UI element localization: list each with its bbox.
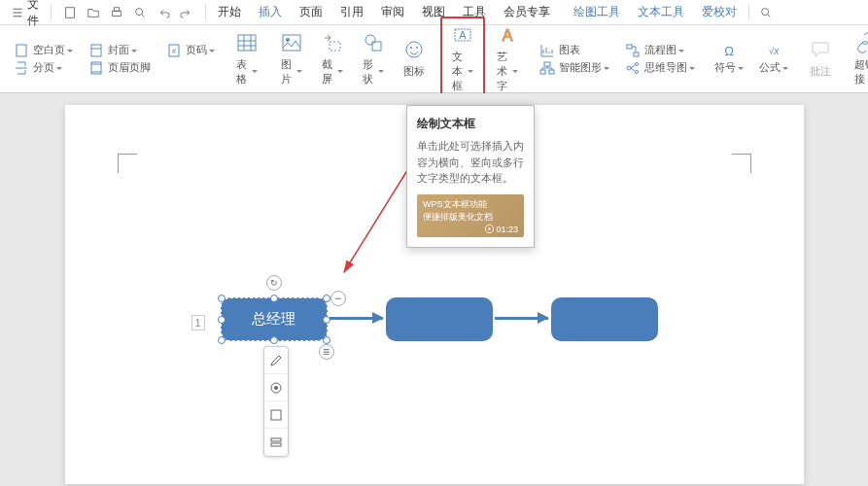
header-footer-button[interactable]: 页眉页脚 bbox=[88, 60, 151, 76]
tab-proofing[interactable]: 爱校对 bbox=[694, 1, 745, 23]
svg-point-28 bbox=[636, 62, 639, 65]
textbox-icon: A bbox=[452, 24, 473, 46]
connector-arrow[interactable] bbox=[495, 317, 548, 320]
new-icon[interactable] bbox=[63, 6, 77, 19]
svg-point-16 bbox=[406, 42, 422, 57]
icons-button[interactable]: 图标 bbox=[396, 35, 433, 83]
shapes-icon bbox=[363, 32, 384, 53]
open-icon[interactable] bbox=[87, 6, 100, 19]
table-button[interactable]: 表格 bbox=[228, 28, 265, 90]
ribbon-insert: 空白页 分页 封面 页眉页脚 #页码 表格 图片 截屏 形状 图标 A 文本框 … bbox=[0, 25, 868, 93]
icons-icon bbox=[403, 39, 425, 60]
shape-box-2[interactable] bbox=[386, 297, 493, 341]
margin-corner bbox=[118, 154, 137, 173]
layout-icon bbox=[269, 408, 283, 422]
more-button[interactable] bbox=[264, 429, 288, 456]
screenshot-button[interactable]: 截屏 bbox=[314, 28, 351, 90]
page-break-button[interactable]: 分页 bbox=[14, 60, 73, 76]
resize-handle[interactable] bbox=[218, 336, 226, 344]
svg-point-33 bbox=[274, 386, 278, 390]
mindmap-button[interactable]: 思维导图 bbox=[625, 60, 695, 76]
style-button[interactable] bbox=[264, 374, 288, 401]
tab-insert[interactable]: 插入 bbox=[251, 1, 290, 23]
svg-point-17 bbox=[410, 47, 412, 49]
symbol-button[interactable]: Ω bbox=[714, 43, 744, 58]
group-cover: 封面 页眉页脚 bbox=[83, 43, 156, 76]
svg-rect-24 bbox=[549, 70, 554, 74]
smartart-button[interactable]: 智能图形 bbox=[539, 60, 609, 76]
svg-rect-5 bbox=[17, 45, 26, 56]
context-tabs: 绘图工具 文本工具 爱校对 bbox=[566, 1, 745, 23]
svg-point-27 bbox=[627, 66, 631, 70]
style-icon bbox=[269, 381, 283, 395]
tab-text-tools[interactable]: 文本工具 bbox=[630, 1, 692, 23]
tab-review[interactable]: 审阅 bbox=[373, 1, 412, 23]
svg-point-3 bbox=[136, 8, 143, 15]
resize-handle[interactable] bbox=[270, 336, 278, 344]
tab-reference[interactable]: 引用 bbox=[332, 1, 371, 23]
cover-button[interactable]: 封面 bbox=[88, 43, 151, 58]
preview-icon[interactable] bbox=[133, 6, 147, 19]
screenshot-icon bbox=[322, 32, 343, 53]
resize-handle[interactable] bbox=[323, 295, 330, 302]
wordart-icon: A bbox=[497, 24, 518, 46]
resize-handle[interactable] bbox=[270, 295, 278, 302]
tab-drawing-tools[interactable]: 绘图工具 bbox=[566, 1, 628, 23]
equation-icon: √x bbox=[766, 43, 781, 58]
search-icon[interactable] bbox=[759, 6, 773, 19]
file-label: 文件 bbox=[27, 0, 39, 29]
svg-rect-35 bbox=[271, 438, 281, 441]
svg-rect-22 bbox=[544, 62, 550, 66]
equation-button[interactable]: √x bbox=[759, 43, 788, 58]
print-icon[interactable] bbox=[110, 6, 123, 19]
svg-text:#: # bbox=[172, 48, 176, 54]
remove-button[interactable]: − bbox=[330, 291, 346, 306]
textbox-tooltip: 绘制文本框 单击此处可选择插入内容为横向、竖向或多行文字类型的文本框。 WPS文… bbox=[406, 105, 535, 248]
edit-text-button[interactable] bbox=[264, 347, 288, 374]
shape-box-3[interactable] bbox=[551, 297, 658, 341]
flowchart-button[interactable]: 流程图 bbox=[625, 43, 695, 58]
svg-rect-6 bbox=[91, 45, 101, 56]
separator bbox=[205, 5, 206, 20]
connector-arrow[interactable] bbox=[330, 317, 383, 320]
hyperlink-icon bbox=[854, 32, 868, 53]
separator bbox=[51, 5, 52, 20]
svg-point-12 bbox=[286, 38, 290, 42]
tab-start[interactable]: 开始 bbox=[210, 1, 249, 23]
group-pages: 空白页 分页 bbox=[8, 43, 79, 76]
group-charts: 图表 智能图形 bbox=[534, 43, 615, 76]
page-indicator: 1 bbox=[191, 315, 205, 330]
shape-text: 总经理 bbox=[252, 310, 295, 329]
group-pagenum: #页码 bbox=[160, 43, 221, 76]
comment-button[interactable]: 批注 bbox=[802, 35, 839, 83]
hyperlink-button[interactable]: 超链接 bbox=[847, 28, 868, 90]
layout-button[interactable] bbox=[264, 401, 288, 429]
redo-icon[interactable] bbox=[180, 6, 193, 19]
mindmap-icon bbox=[625, 60, 641, 76]
resize-handle[interactable] bbox=[323, 336, 330, 344]
symbol-label[interactable]: 符号 bbox=[714, 60, 744, 75]
svg-rect-23 bbox=[540, 70, 545, 74]
shape-general-manager[interactable]: 总经理 ↻ − ≡ bbox=[221, 297, 328, 341]
pencil-icon bbox=[269, 354, 283, 367]
layout-button[interactable]: ≡ bbox=[319, 344, 334, 360]
undo-icon[interactable] bbox=[156, 6, 170, 19]
chart-button[interactable]: 图表 bbox=[539, 43, 609, 58]
tab-page[interactable]: 页面 bbox=[292, 1, 330, 23]
equation-label[interactable]: 公式 bbox=[759, 60, 788, 75]
blank-page-button[interactable]: 空白页 bbox=[14, 43, 73, 58]
resize-handle[interactable] bbox=[218, 316, 226, 324]
textbox-button[interactable]: A 文本框 bbox=[444, 20, 481, 97]
page-num-button[interactable]: #页码 bbox=[166, 43, 215, 58]
svg-point-14 bbox=[365, 35, 375, 45]
tooltip-video[interactable]: WPS文本框功能 便捷排版美化文档 01:23 bbox=[417, 194, 524, 237]
shapes-button[interactable]: 形状 bbox=[355, 28, 392, 90]
rotate-handle[interactable]: ↻ bbox=[266, 275, 282, 291]
picture-button[interactable]: 图片 bbox=[273, 28, 310, 90]
file-menu[interactable]: 文件 bbox=[4, 0, 47, 31]
svg-text:√x: √x bbox=[769, 46, 780, 56]
wordart-button[interactable]: A 艺术字 bbox=[489, 20, 526, 97]
resize-handle[interactable] bbox=[218, 295, 226, 302]
svg-rect-13 bbox=[330, 42, 340, 51]
flowchart-icon bbox=[625, 43, 641, 58]
